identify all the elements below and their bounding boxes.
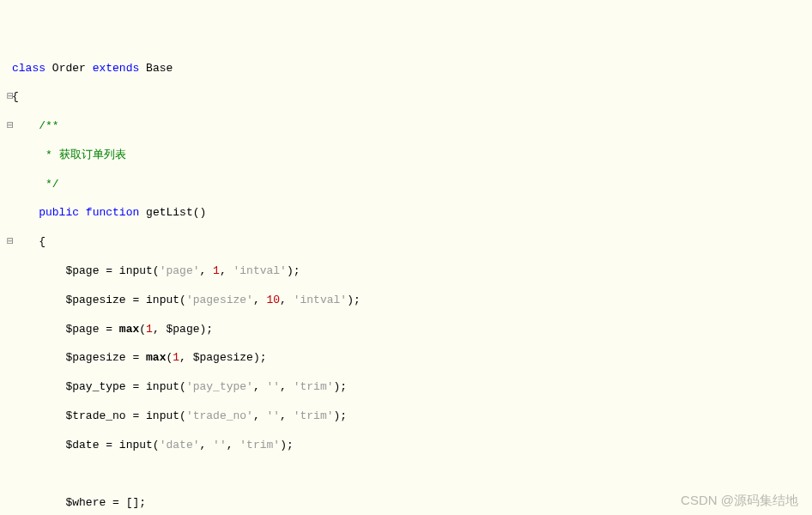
code-line (0, 468, 812, 482)
code-viewer: class Order extends Base ⊟{ ⊟ /** * 获取订单… (0, 62, 812, 515)
code-line: $pagesize = max(1, $pagesize); (0, 351, 812, 366)
code-line: $date = input('date', '', 'trim'); (0, 439, 812, 453)
code-line: $pagesize = input('pagesize', 10, 'intva… (0, 294, 812, 308)
code-line: ⊟ /** (0, 119, 812, 134)
code-line: $trade_no = input('trade_no', '', 'trim'… (0, 409, 812, 424)
code-line: $page = input('page', 1, 'intval'); (0, 264, 812, 279)
code-line: $pay_type = input('pay_type', '', 'trim'… (0, 380, 812, 395)
code-line: ⊟ { (0, 235, 812, 250)
code-line: */ (0, 178, 812, 192)
code-line: * 获取订单列表 (0, 148, 812, 163)
code-line: $page = max(1, $page); (0, 323, 812, 337)
code-line: ⊟{ (0, 90, 812, 105)
code-line: public function getList() (0, 206, 812, 221)
code-line: class Order extends Base (0, 62, 812, 76)
watermark-text: CSDN @源码集结地 (681, 492, 798, 509)
